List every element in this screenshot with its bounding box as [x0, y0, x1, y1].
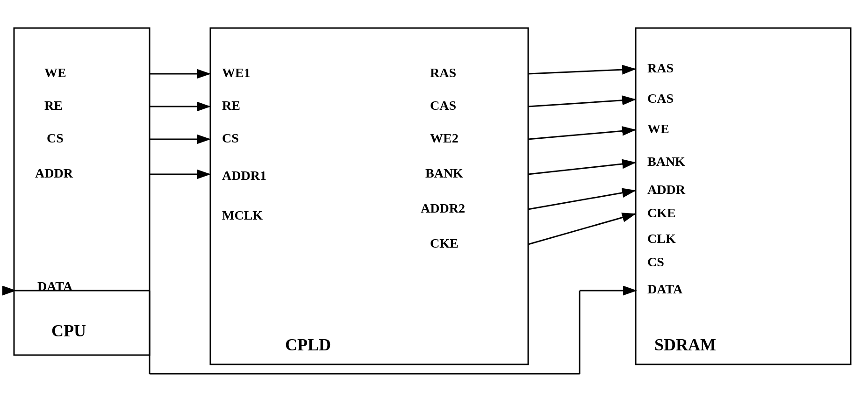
cpld-label: CPLD	[285, 335, 331, 354]
sdram-label: SDRAM	[654, 335, 716, 354]
cpld-pin-addr2: ADDR2	[421, 201, 465, 215]
cpld-pin-addr1: ADDR1	[222, 168, 266, 183]
sdram-pin-data: DATA	[647, 282, 683, 296]
sdram-pin-bank: BANK	[647, 154, 685, 169]
sdram-pin-we: WE	[647, 121, 669, 136]
cpld-pin-cas: CAS	[430, 98, 456, 113]
arrow-cpld-cke	[528, 214, 635, 244]
sdram-pin-clk: CLK	[647, 231, 676, 246]
arrow-cpld-we2	[528, 130, 635, 139]
cpld-pin-bank: BANK	[425, 166, 463, 180]
svg-rect-3	[14, 28, 150, 355]
cpu-label: CPU	[51, 321, 86, 340]
sdram-pin-cas: CAS	[647, 91, 674, 106]
cpu-pin-cs: CS	[47, 131, 64, 145]
arrow-cpld-addr2	[528, 191, 635, 209]
arrow-cpld-bank	[528, 163, 635, 174]
arrow-cpld-cas	[528, 100, 635, 107]
cpu-pin-we: WE	[44, 65, 66, 80]
cpld-pin-cs: CS	[222, 131, 239, 145]
cpld-pin-re: RE	[222, 98, 240, 113]
sdram-pin-ras: RAS	[647, 61, 674, 75]
cpld-pin-we1: WE1	[222, 65, 251, 80]
sdram-pin-cs: CS	[647, 255, 664, 269]
sdram-pin-addr: ADDR	[647, 182, 686, 197]
cpld-pin-we2: WE2	[430, 131, 459, 145]
arrow-cpld-ras	[528, 69, 635, 74]
cpu-pin-re: RE	[44, 98, 63, 113]
cpu-pin-addr: ADDR	[35, 166, 73, 180]
svg-rect-4	[210, 28, 528, 364]
cpld-pin-cke: CKE	[430, 236, 459, 250]
cpld-pin-ras: RAS	[430, 65, 456, 80]
cpld-pin-mclk: MCLK	[222, 208, 263, 222]
sdram-pin-cke: CKE	[647, 206, 676, 220]
